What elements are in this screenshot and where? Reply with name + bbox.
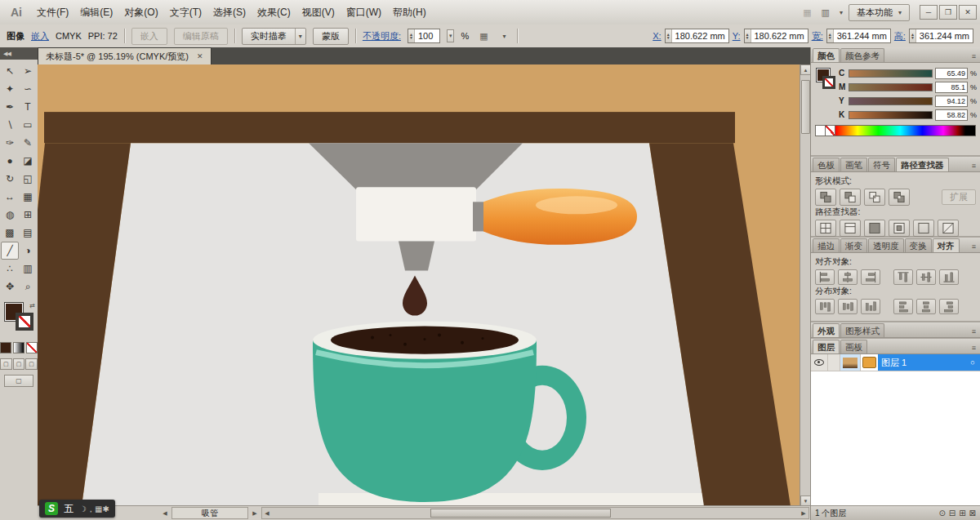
screen-mode-button[interactable]: ▢ (4, 375, 33, 387)
channel-slider-Y[interactable] (849, 97, 933, 105)
ime-toolbar[interactable]: S 五 ☽，▦✱ (39, 500, 115, 518)
draw-behind-button[interactable]: ▢ (13, 358, 25, 370)
settings-icon[interactable]: ✱ (102, 504, 109, 513)
shape-builder-tool[interactable]: ◍ (1, 206, 19, 224)
punctuation-icon[interactable]: ， (87, 504, 95, 513)
pencil-tool[interactable]: ✎ (19, 134, 37, 152)
pathfinder-panel-tabs-tab-2[interactable]: 符号 (868, 158, 895, 171)
color-spectrum-bar[interactable] (815, 125, 976, 136)
draw-inside-button[interactable]: ▢ (25, 358, 38, 370)
frame-beam-shape[interactable] (44, 112, 735, 143)
exclude-icon[interactable] (889, 189, 910, 206)
sogou-logo[interactable]: S (45, 502, 58, 515)
menu-item-4[interactable]: 选择(S) (207, 3, 252, 22)
align-vcenter-icon[interactable] (916, 269, 936, 285)
type-tool[interactable]: T (19, 98, 37, 116)
channel-value-M[interactable]: 85.1 (935, 82, 968, 93)
minimize-button[interactable]: ─ (920, 5, 938, 20)
stroke-swatch[interactable] (16, 313, 33, 331)
unite-icon[interactable] (815, 189, 836, 206)
hand-tool[interactable]: ✥ (1, 278, 19, 296)
align-right-icon[interactable] (861, 269, 880, 285)
layer-row[interactable]: 图层 1 ○ (811, 354, 980, 371)
visibility-eye-icon[interactable] (811, 354, 828, 371)
panel-menu-icon[interactable]: ≡ (969, 327, 978, 337)
dist-vcenter-icon[interactable] (838, 299, 858, 314)
free-transform-tool[interactable]: ▦ (19, 188, 37, 206)
merge-icon[interactable] (864, 220, 885, 237)
black-swatch[interactable] (965, 126, 975, 136)
color-panel-tabs-tab-1[interactable]: 颜色参考 (840, 48, 884, 62)
symbol-sprayer-tool[interactable]: ∴ (1, 260, 19, 278)
eraser-tool[interactable]: ◪ (19, 152, 37, 170)
crop-icon[interactable] (889, 220, 910, 237)
outline-icon[interactable] (913, 220, 934, 237)
white-swatch[interactable] (816, 126, 826, 136)
draw-normal-button[interactable]: ▢ (0, 358, 12, 370)
width-field-stepper[interactable]: ▲▼ (827, 29, 834, 42)
zoom-tool[interactable]: ⌕ (19, 278, 37, 296)
document-tab[interactable]: 未标题-5* @ 195.19% (CMYK/预览) ✕ (38, 47, 212, 64)
mask-button[interactable]: 蒙版 (313, 28, 349, 45)
y-field[interactable]: ▲▼180.622 mm (744, 29, 808, 43)
menu-item-0[interactable]: 文件(F) (31, 3, 74, 22)
align-panel-tabs-tab-4[interactable]: 对齐 (933, 238, 960, 252)
workspace-switcher-button[interactable]: 基本功能 ▾ (849, 4, 910, 21)
height-field-label[interactable]: 高: (894, 30, 906, 42)
edit-original-button[interactable]: 编辑原稿 (174, 28, 228, 45)
x-field-stepper[interactable]: ▲▼ (666, 29, 672, 42)
opacity-field[interactable]: ▲▼ 100 (408, 29, 440, 43)
channel-value-C[interactable]: 65.49 (935, 68, 968, 79)
dist-top-icon[interactable] (815, 299, 835, 314)
arrange-documents-caret-icon[interactable]: ▾ (835, 9, 847, 16)
align-hcenter-icon[interactable] (838, 269, 858, 285)
opacity-caret-icon[interactable]: ▾ (447, 29, 455, 42)
x-field[interactable]: ▲▼180.622 mm (665, 29, 729, 43)
align-panel-tabs-tab-0[interactable]: 描边 (813, 238, 840, 252)
keyboard-icon[interactable]: ▦ (95, 504, 102, 513)
live-trace-button[interactable]: 实时描摹 ▾ (242, 28, 306, 45)
trim-icon[interactable] (840, 220, 861, 237)
lasso-tool[interactable]: ∽ (19, 80, 37, 98)
layer-name[interactable]: 图层 1 (878, 354, 965, 371)
line-tool[interactable]: ∖ (1, 116, 19, 134)
bridge-icon[interactable]: ▦ (799, 7, 815, 18)
delete-layer-icon[interactable]: ⊠ (969, 509, 976, 518)
column-graph-tool[interactable]: ▥ (19, 260, 37, 278)
reference-point-caret-icon[interactable]: ▾ (499, 33, 510, 40)
panel-stroke-swatch[interactable] (822, 76, 835, 89)
none-swatch[interactable] (826, 126, 835, 136)
opacity-stepper[interactable]: ▲▼ (408, 29, 415, 42)
intersect-icon[interactable] (864, 189, 885, 206)
menu-item-1[interactable]: 编辑(E) (74, 3, 118, 22)
opacity-label[interactable]: 不透明度: (363, 30, 401, 42)
spectrum-ramp[interactable] (835, 126, 965, 136)
gradient-button[interactable] (13, 342, 24, 353)
eyedropper-tool[interactable]: ╱ (1, 242, 19, 260)
portafilter-shape[interactable] (356, 187, 476, 241)
horizontal-scroll-thumb[interactable] (430, 509, 611, 518)
dist-left-icon[interactable] (893, 299, 913, 314)
align-panel-tabs-tab-1[interactable]: 渐变 (840, 238, 867, 252)
color-panel-tabs-tab-0[interactable]: 颜色 (813, 48, 840, 62)
perspective-grid-tool[interactable]: ⊞ (19, 206, 37, 224)
height-field[interactable]: ▲▼361.244 mm (909, 29, 973, 43)
vertical-scrollbar[interactable]: ▲ ▼ (800, 64, 811, 506)
layer-target-icon[interactable]: ○ (965, 354, 980, 371)
y-field-label[interactable]: Y: (733, 31, 741, 41)
magic-wand-tool[interactable]: ✦ (1, 80, 19, 98)
horizontal-scrollbar[interactable]: ◀ ▶ (261, 507, 809, 519)
pathfinder-panel-tabs-tab-3[interactable]: 路径查找器 (896, 158, 949, 171)
height-field-stepper[interactable]: ▲▼ (910, 29, 916, 42)
arrange-documents-icon[interactable]: ▥ (817, 7, 834, 18)
menu-item-8[interactable]: 帮助(H) (387, 3, 432, 22)
new-layer-icon[interactable]: ⊞ (959, 509, 965, 518)
gradient-tool[interactable]: ▤ (19, 224, 37, 242)
make-clip-mask-icon[interactable]: ⊙ (938, 509, 945, 518)
pathfinder-panel-tabs-tab-1[interactable]: 画笔 (840, 158, 867, 171)
moon-icon[interactable]: ☽ (79, 504, 87, 513)
layers-panel-tabs-tab-0[interactable]: 图层 (813, 340, 840, 353)
ime-mode-wubi[interactable]: 五 (64, 502, 74, 516)
opacity-value[interactable]: 100 (415, 31, 439, 41)
channel-slider-K[interactable] (849, 111, 933, 119)
